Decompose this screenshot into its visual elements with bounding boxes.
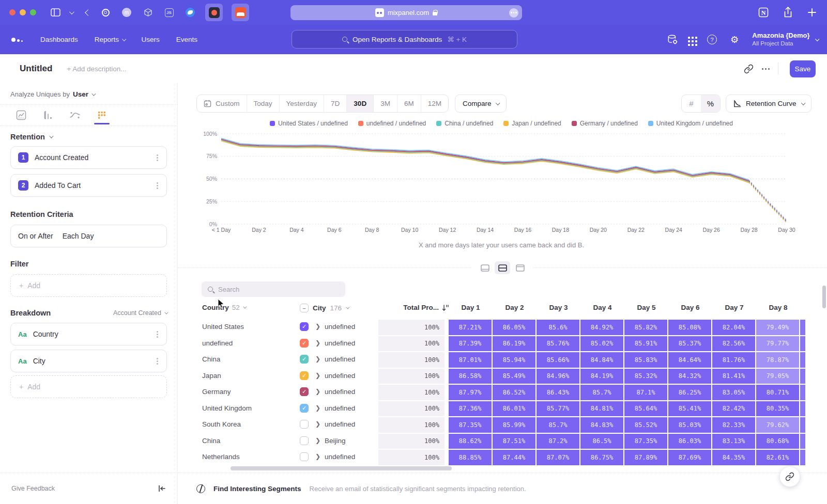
legend-item[interactable]: China / undefined: [436, 120, 493, 127]
notion-extension-icon[interactable]: N: [758, 7, 769, 18]
address-bar[interactable]: mixpanel.com: [290, 5, 522, 20]
nav-dashboards[interactable]: Dashboards: [40, 36, 78, 43]
kebab-menu-icon[interactable]: [157, 360, 158, 362]
row-checkbox[interactable]: ✓: [300, 371, 309, 380]
range-12m[interactable]: 12M: [421, 95, 448, 112]
nav-reports[interactable]: Reports: [95, 36, 125, 43]
retention-cell[interactable]: 78.87%: [756, 352, 799, 368]
retention-cell[interactable]: 86.5%: [580, 434, 623, 449]
column-day-7[interactable]: Day 7: [712, 304, 756, 311]
analyze-value-dropdown[interactable]: User: [73, 90, 88, 98]
retention-cell[interactable]: 82.33%: [712, 417, 755, 433]
row-checkbox[interactable]: ✓: [300, 339, 309, 348]
expand-chevron-icon[interactable]: ❯: [315, 372, 320, 379]
range-7d[interactable]: 7D: [324, 95, 346, 112]
retention-cell[interactable]: 85.66%: [537, 352, 579, 368]
minimize-window-icon[interactable]: [20, 9, 26, 15]
table-search-input[interactable]: [218, 286, 321, 293]
breakdown-event-selector[interactable]: Account Created: [113, 309, 167, 317]
more-menu-icon[interactable]: [765, 68, 767, 70]
row-checkbox[interactable]: [300, 452, 309, 461]
retention-cell[interactable]: 83.13%: [712, 434, 755, 449]
retention-cell[interactable]: 86.19%: [493, 336, 535, 352]
tab-funnels[interactable]: [41, 106, 55, 124]
share-link-floating-button[interactable]: [779, 466, 800, 487]
retention-cell[interactable]: 82.04%: [712, 320, 755, 335]
retention-cell[interactable]: 84.35%: [712, 450, 755, 465]
table-search[interactable]: [202, 281, 345, 297]
legend-item[interactable]: United Kingdom / undefined: [648, 120, 733, 127]
row-total-cell[interactable]: 100%: [378, 434, 445, 449]
retention-cell-clipped[interactable]: [800, 434, 805, 449]
expand-chevron-icon[interactable]: ❯: [315, 404, 320, 412]
breakdown-card-city[interactable]: Aa City: [10, 350, 167, 372]
row-checkbox[interactable]: ✓: [300, 355, 309, 364]
row-country[interactable]: United States: [202, 323, 244, 330]
tab-favicon-ring-icon[interactable]: [99, 6, 112, 19]
retention-cell-clipped[interactable]: [800, 417, 805, 433]
row-country[interactable]: Germany: [202, 388, 231, 396]
data-management-icon[interactable]: [667, 34, 678, 45]
traffic-lights[interactable]: [9, 9, 36, 15]
column-day-6[interactable]: Day 6: [668, 304, 712, 311]
retention-cell[interactable]: 79.62%: [756, 417, 799, 433]
retention-cell[interactable]: 85.32%: [624, 369, 667, 384]
retention-cell[interactable]: 85.77%: [537, 401, 579, 417]
retention-cell-clipped[interactable]: [800, 369, 805, 384]
retention-cell[interactable]: 88.85%: [449, 450, 492, 465]
retention-cell[interactable]: 85.64%: [624, 401, 667, 417]
row-country[interactable]: undefined: [202, 339, 233, 347]
layout-table-only-button[interactable]: [512, 261, 528, 274]
column-total[interactable]: Total Pro...: [378, 304, 449, 311]
breakdown-add-button[interactable]: +Add: [10, 375, 167, 398]
maximize-window-icon[interactable]: [30, 9, 36, 15]
retention-cell[interactable]: 85.52%: [624, 417, 667, 433]
new-tab-icon[interactable]: [807, 8, 817, 17]
row-country[interactable]: Netherlands: [202, 453, 240, 461]
tab-insights[interactable]: [14, 106, 28, 124]
retention-cell[interactable]: 87.07%: [537, 450, 579, 465]
row-city[interactable]: undefined: [325, 388, 355, 396]
column-day-8[interactable]: Day 8: [756, 304, 800, 311]
tab-favicon-bird-icon[interactable]: [184, 6, 196, 19]
retention-cell[interactable]: 80.68%: [756, 434, 799, 449]
retention-cell[interactable]: 81.41%: [712, 369, 755, 384]
row-checkbox[interactable]: ✓: [300, 322, 309, 331]
row-city[interactable]: undefined: [325, 323, 355, 330]
range-yesterday[interactable]: Yesterday: [279, 95, 324, 112]
tab-favicon-js-icon[interactable]: JS: [163, 6, 175, 19]
save-button[interactable]: Save: [790, 60, 816, 77]
row-total-cell[interactable]: 100%: [378, 336, 445, 352]
retention-cell[interactable]: 86.43%: [537, 385, 579, 400]
retention-cell-clipped[interactable]: [800, 401, 805, 417]
row-city[interactable]: Beijing: [325, 437, 346, 445]
row-city[interactable]: undefined: [325, 339, 355, 347]
row-checkbox[interactable]: [300, 420, 309, 429]
expand-chevron-icon[interactable]: ❯: [315, 323, 320, 330]
retention-cell[interactable]: 86.05%: [493, 320, 535, 335]
retention-cell[interactable]: 86.58%: [449, 369, 492, 384]
nav-users[interactable]: Users: [142, 36, 160, 43]
range-3m[interactable]: 3M: [373, 95, 397, 112]
vertical-scrollbar[interactable]: [822, 286, 826, 308]
share-icon[interactable]: [783, 7, 793, 18]
back-icon[interactable]: [85, 9, 91, 16]
filter-add-button[interactable]: +Add: [10, 274, 167, 297]
kebab-menu-icon[interactable]: [157, 185, 158, 186]
layout-chart-only-button[interactable]: [477, 261, 493, 274]
select-all-checkbox[interactable]: –: [300, 304, 309, 312]
retention-cell[interactable]: 85.49%: [493, 369, 535, 384]
row-city[interactable]: undefined: [325, 420, 355, 428]
retention-cell[interactable]: 85.83%: [624, 352, 667, 368]
retention-section-header[interactable]: Retention: [10, 133, 167, 141]
retention-cell[interactable]: 87.97%: [449, 385, 492, 400]
legend-item[interactable]: Germany / undefined: [572, 120, 638, 127]
retention-cell[interactable]: 87.36%: [449, 401, 492, 417]
row-country[interactable]: Japan: [202, 372, 221, 380]
row-city[interactable]: undefined: [325, 372, 355, 380]
retention-cell[interactable]: 86.52%: [493, 385, 535, 400]
retention-cell[interactable]: 84.64%: [668, 352, 711, 368]
retention-cell[interactable]: 80.35%: [756, 401, 799, 417]
row-total-cell[interactable]: 100%: [378, 450, 445, 465]
close-window-icon[interactable]: [9, 9, 16, 15]
